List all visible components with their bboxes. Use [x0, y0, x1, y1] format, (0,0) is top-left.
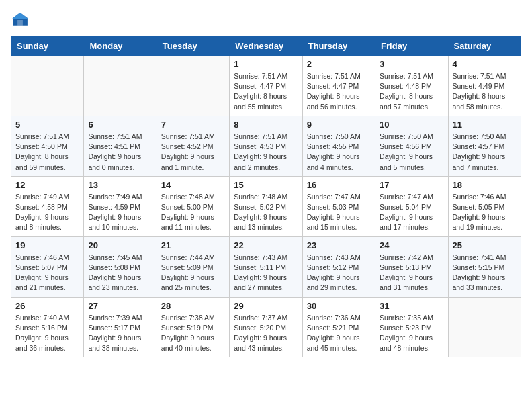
- day-number: 23: [307, 240, 371, 250]
- weekday-header-row: SundayMondayTuesdayWednesdayThursdayFrid…: [11, 37, 521, 56]
- calendar-cell: 16Sunrise: 7:47 AMSunset: 5:03 PMDayligh…: [302, 176, 375, 236]
- day-number: 2: [307, 59, 371, 69]
- calendar-cell: 23Sunrise: 7:43 AMSunset: 5:12 PMDayligh…: [302, 236, 375, 297]
- day-info: Sunrise: 7:43 AMSunset: 5:11 PMDaylight:…: [234, 253, 298, 293]
- day-number: 14: [161, 180, 225, 190]
- day-info: Sunrise: 7:37 AMSunset: 5:20 PMDaylight:…: [234, 313, 298, 354]
- calendar-cell: 7Sunrise: 7:51 AMSunset: 4:52 PMDaylight…: [157, 116, 229, 176]
- day-number: 16: [307, 180, 371, 190]
- day-number: 1: [234, 59, 298, 69]
- calendar-cell: 6Sunrise: 7:51 AMSunset: 4:51 PMDaylight…: [84, 116, 157, 176]
- calendar-cell: 4Sunrise: 7:51 AMSunset: 4:49 PMDaylight…: [448, 56, 521, 116]
- day-number: 19: [15, 240, 79, 250]
- calendar-cell: 30Sunrise: 7:36 AMSunset: 5:21 PMDayligh…: [302, 297, 375, 357]
- calendar-cell: 9Sunrise: 7:50 AMSunset: 4:55 PMDaylight…: [302, 116, 375, 176]
- calendar-cell: 10Sunrise: 7:50 AMSunset: 4:56 PMDayligh…: [375, 116, 448, 176]
- calendar-cell: 22Sunrise: 7:43 AMSunset: 5:11 PMDayligh…: [230, 236, 302, 297]
- day-info: Sunrise: 7:40 AMSunset: 5:16 PMDaylight:…: [15, 313, 79, 354]
- day-info: Sunrise: 7:51 AMSunset: 4:53 PMDaylight:…: [234, 132, 298, 173]
- day-number: 7: [161, 120, 225, 130]
- calendar-cell: 24Sunrise: 7:42 AMSunset: 5:13 PMDayligh…: [375, 236, 448, 297]
- svg-marker-1: [12, 13, 29, 19]
- svg-rect-2: [17, 20, 23, 26]
- calendar-cell: 13Sunrise: 7:49 AMSunset: 4:59 PMDayligh…: [84, 176, 157, 236]
- day-number: 29: [234, 301, 298, 311]
- calendar-week-row: 12Sunrise: 7:49 AMSunset: 4:58 PMDayligh…: [11, 176, 521, 236]
- day-info: Sunrise: 7:51 AMSunset: 4:47 PMDaylight:…: [307, 71, 371, 112]
- day-info: Sunrise: 7:35 AMSunset: 5:23 PMDaylight:…: [380, 313, 443, 354]
- day-info: Sunrise: 7:43 AMSunset: 5:12 PMDaylight:…: [307, 253, 371, 293]
- day-info: Sunrise: 7:51 AMSunset: 4:48 PMDaylight:…: [380, 71, 443, 112]
- calendar-body: 1Sunrise: 7:51 AMSunset: 4:47 PMDaylight…: [11, 56, 521, 357]
- day-info: Sunrise: 7:51 AMSunset: 4:52 PMDaylight:…: [161, 132, 225, 173]
- day-number: 4: [453, 59, 517, 69]
- calendar-cell: 11Sunrise: 7:50 AMSunset: 4:57 PMDayligh…: [448, 116, 521, 176]
- calendar-cell: 25Sunrise: 7:41 AMSunset: 5:15 PMDayligh…: [448, 236, 521, 297]
- day-number: 31: [380, 301, 443, 311]
- day-number: 17: [380, 180, 443, 190]
- page-header: [11, 11, 521, 30]
- calendar-cell: 2Sunrise: 7:51 AMSunset: 4:47 PMDaylight…: [302, 56, 375, 116]
- calendar-cell: 20Sunrise: 7:45 AMSunset: 5:08 PMDayligh…: [84, 236, 157, 297]
- calendar-cell: 28Sunrise: 7:38 AMSunset: 5:19 PMDayligh…: [157, 297, 229, 357]
- calendar-cell: [11, 56, 84, 116]
- day-number: 12: [15, 180, 79, 190]
- calendar-cell: 26Sunrise: 7:40 AMSunset: 5:16 PMDayligh…: [11, 297, 84, 357]
- calendar-cell: 18Sunrise: 7:46 AMSunset: 5:05 PMDayligh…: [448, 176, 521, 236]
- day-number: 5: [15, 120, 79, 130]
- day-info: Sunrise: 7:51 AMSunset: 4:49 PMDaylight:…: [453, 71, 517, 112]
- day-info: Sunrise: 7:51 AMSunset: 4:47 PMDaylight:…: [234, 71, 298, 112]
- day-info: Sunrise: 7:42 AMSunset: 5:13 PMDaylight:…: [380, 253, 443, 293]
- calendar-week-row: 19Sunrise: 7:46 AMSunset: 5:07 PMDayligh…: [11, 236, 521, 297]
- day-number: 28: [161, 301, 225, 311]
- weekday-header-friday: Friday: [375, 37, 448, 56]
- weekday-header-monday: Monday: [84, 37, 157, 56]
- calendar-cell: 3Sunrise: 7:51 AMSunset: 4:48 PMDaylight…: [375, 56, 448, 116]
- calendar-cell: 1Sunrise: 7:51 AMSunset: 4:47 PMDaylight…: [230, 56, 302, 116]
- day-info: Sunrise: 7:47 AMSunset: 5:04 PMDaylight:…: [380, 192, 443, 233]
- calendar-cell: [448, 297, 521, 357]
- calendar-week-row: 5Sunrise: 7:51 AMSunset: 4:50 PMDaylight…: [11, 116, 521, 176]
- calendar-cell: 12Sunrise: 7:49 AMSunset: 4:58 PMDayligh…: [11, 176, 84, 236]
- calendar-week-row: 26Sunrise: 7:40 AMSunset: 5:16 PMDayligh…: [11, 297, 521, 357]
- calendar-cell: 27Sunrise: 7:39 AMSunset: 5:17 PMDayligh…: [84, 297, 157, 357]
- day-info: Sunrise: 7:44 AMSunset: 5:09 PMDaylight:…: [161, 253, 225, 293]
- day-number: 13: [88, 180, 152, 190]
- calendar-cell: 15Sunrise: 7:48 AMSunset: 5:02 PMDayligh…: [230, 176, 302, 236]
- day-number: 25: [453, 240, 517, 250]
- day-info: Sunrise: 7:51 AMSunset: 4:51 PMDaylight:…: [88, 132, 152, 173]
- day-number: 30: [307, 301, 371, 311]
- day-number: 6: [88, 120, 152, 130]
- day-number: 26: [15, 301, 79, 311]
- calendar-cell: [157, 56, 229, 116]
- day-info: Sunrise: 7:49 AMSunset: 4:59 PMDaylight:…: [88, 192, 152, 233]
- day-info: Sunrise: 7:51 AMSunset: 4:50 PMDaylight:…: [15, 132, 79, 173]
- calendar-table: SundayMondayTuesdayWednesdayThursdayFrid…: [11, 36, 521, 357]
- day-info: Sunrise: 7:38 AMSunset: 5:19 PMDaylight:…: [161, 313, 225, 354]
- weekday-header-tuesday: Tuesday: [157, 37, 229, 56]
- day-number: 9: [307, 120, 371, 130]
- day-number: 24: [380, 240, 443, 250]
- day-info: Sunrise: 7:50 AMSunset: 4:57 PMDaylight:…: [453, 132, 517, 173]
- calendar-cell: 31Sunrise: 7:35 AMSunset: 5:23 PMDayligh…: [375, 297, 448, 357]
- weekday-header-sunday: Sunday: [11, 37, 84, 56]
- day-number: 8: [234, 120, 298, 130]
- day-number: 15: [234, 180, 298, 190]
- day-info: Sunrise: 7:48 AMSunset: 5:02 PMDaylight:…: [234, 192, 298, 233]
- calendar-cell: 8Sunrise: 7:51 AMSunset: 4:53 PMDaylight…: [230, 116, 302, 176]
- day-info: Sunrise: 7:45 AMSunset: 5:08 PMDaylight:…: [88, 253, 152, 293]
- calendar-cell: 21Sunrise: 7:44 AMSunset: 5:09 PMDayligh…: [157, 236, 229, 297]
- day-info: Sunrise: 7:36 AMSunset: 5:21 PMDaylight:…: [307, 313, 371, 354]
- day-info: Sunrise: 7:41 AMSunset: 5:15 PMDaylight:…: [453, 253, 517, 293]
- calendar-cell: 5Sunrise: 7:51 AMSunset: 4:50 PMDaylight…: [11, 116, 84, 176]
- calendar-cell: [84, 56, 157, 116]
- day-info: Sunrise: 7:50 AMSunset: 4:55 PMDaylight:…: [307, 132, 371, 173]
- day-number: 10: [380, 120, 443, 130]
- day-number: 27: [88, 301, 152, 311]
- day-number: 3: [380, 59, 443, 69]
- day-info: Sunrise: 7:46 AMSunset: 5:07 PMDaylight:…: [15, 253, 79, 293]
- calendar-week-row: 1Sunrise: 7:51 AMSunset: 4:47 PMDaylight…: [11, 56, 521, 116]
- calendar-header: SundayMondayTuesdayWednesdayThursdayFrid…: [11, 37, 521, 56]
- calendar-cell: 14Sunrise: 7:48 AMSunset: 5:00 PMDayligh…: [157, 176, 229, 236]
- day-number: 21: [161, 240, 225, 250]
